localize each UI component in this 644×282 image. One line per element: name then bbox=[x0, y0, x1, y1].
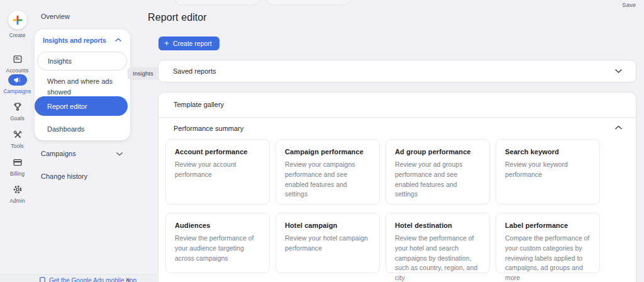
sidebar-section-insights-and-reports[interactable]: Insights and reports bbox=[43, 37, 106, 44]
rail-item-label: Campaigns bbox=[4, 88, 31, 94]
get-mobile-app-link[interactable]: Get the Google Ads mobile app bbox=[40, 277, 136, 282]
card-title: Campaign performance bbox=[285, 148, 370, 155]
rail-item-label: Admin bbox=[9, 198, 25, 204]
card-description: Review your campaigns performance and se… bbox=[285, 160, 370, 200]
performance-summary-section-header[interactable]: Performance summary bbox=[174, 125, 243, 132]
card-title: Audiences bbox=[175, 222, 260, 229]
template-card-ad-group-performance[interactable]: Ad group performance Review your ad grou… bbox=[386, 139, 490, 205]
rail-item-admin[interactable]: Admin bbox=[0, 184, 35, 204]
sidebar-item-overview[interactable]: Overview bbox=[41, 13, 70, 20]
get-mobile-app-label: Get the Google Ads mobile app bbox=[49, 277, 136, 282]
trophy-icon bbox=[12, 101, 23, 113]
create-report-button[interactable]: + Create report bbox=[158, 37, 219, 50]
chevron-up-icon[interactable] bbox=[114, 38, 122, 42]
card-title: Account performance bbox=[175, 148, 260, 155]
sidebar-item-report-editor[interactable]: Report editor bbox=[35, 96, 128, 116]
rail-item-campaigns[interactable]: Campaigns bbox=[0, 74, 35, 94]
template-card-audiences[interactable]: Audiences Review the performance of your… bbox=[165, 213, 270, 273]
rail-item-label: Create bbox=[9, 32, 25, 38]
close-icon[interactable]: ✕ bbox=[125, 276, 130, 282]
save-button[interactable]: Save bbox=[622, 1, 636, 8]
template-gallery-panel: Template gallery Performance summary Acc… bbox=[158, 92, 636, 282]
sidebar-item-insights[interactable]: Insights bbox=[37, 52, 127, 70]
sidebar-item-change-history[interactable]: Change history bbox=[41, 172, 87, 180]
insights-and-reports-card: Insights and reports Insights When and w… bbox=[35, 30, 130, 140]
template-gallery-title: Template gallery bbox=[174, 101, 224, 108]
divider bbox=[158, 117, 636, 118]
saved-reports-panel[interactable]: Saved reports bbox=[158, 60, 636, 82]
tools-icon bbox=[12, 129, 23, 140]
card-title: Hotel campaign bbox=[285, 222, 370, 229]
rail-item-accounts[interactable]: Accounts bbox=[0, 54, 35, 74]
insights-tooltip: Insights bbox=[128, 68, 158, 79]
chevron-down-icon[interactable] bbox=[116, 152, 123, 156]
create-report-label: Create report bbox=[173, 40, 212, 47]
card-description: Review the performance of your hotel and… bbox=[395, 234, 480, 282]
chevron-down-icon[interactable] bbox=[614, 69, 623, 74]
rail-item-create[interactable]: Create bbox=[0, 11, 35, 38]
card-title: Label performance bbox=[505, 222, 591, 229]
google-plus-icon bbox=[8, 11, 27, 30]
rail-item-billing[interactable]: Billing bbox=[0, 157, 35, 177]
chevron-up-icon[interactable] bbox=[614, 125, 623, 130]
sidebar-item-label: Report editor bbox=[47, 103, 87, 110]
sidebar-item-dashboards[interactable]: Dashboards bbox=[47, 125, 84, 133]
rail-item-goals[interactable]: Goals bbox=[0, 101, 35, 121]
template-cards-grid: Account performance Review your account … bbox=[165, 139, 600, 273]
template-card-hotel-campaign[interactable]: Hotel campaign Review your hotel campaig… bbox=[275, 213, 380, 273]
card-description: Review your hotel campaign performance bbox=[285, 234, 370, 254]
card-description: Compare the performance of your custom c… bbox=[505, 234, 591, 282]
card-title: Ad group performance bbox=[395, 148, 480, 155]
gear-icon bbox=[12, 184, 23, 195]
top-toolbar-control-right[interactable] bbox=[267, 0, 350, 5]
card-description: Review your account performance bbox=[175, 160, 260, 180]
template-card-account-performance[interactable]: Account performance Review your account … bbox=[165, 139, 270, 205]
top-toolbar-control-left[interactable] bbox=[175, 0, 260, 5]
rail-item-label: Accounts bbox=[6, 67, 29, 74]
template-card-campaign-performance[interactable]: Campaign performance Review your campaig… bbox=[275, 139, 380, 205]
rail-item-label: Goals bbox=[10, 115, 25, 121]
billing-icon bbox=[12, 157, 23, 168]
card-description: Review your ad groups performance and se… bbox=[395, 160, 480, 200]
rail-item-tools[interactable]: Tools bbox=[0, 129, 35, 149]
accounts-icon bbox=[12, 54, 23, 65]
sidebar-item-campaigns[interactable]: Campaigns bbox=[41, 150, 76, 157]
card-description: Review your keyword performance bbox=[505, 160, 591, 180]
card-description: Review the performance of your audience … bbox=[175, 234, 260, 263]
mobile-phone-icon bbox=[40, 277, 45, 282]
template-card-search-keyword[interactable]: Search keyword Review your keyword perfo… bbox=[496, 139, 600, 205]
sidebar-item-label: Insights bbox=[48, 57, 72, 65]
page-title: Report editor bbox=[148, 12, 207, 23]
rail-item-label: Tools bbox=[11, 143, 23, 149]
saved-reports-title: Saved reports bbox=[173, 67, 216, 75]
sidebar-item-when-and-where-ads-showed[interactable]: When and where ads showed bbox=[47, 76, 121, 97]
megaphone-icon bbox=[8, 74, 27, 86]
rail-item-label: Billing bbox=[10, 171, 25, 177]
card-title: Hotel destination bbox=[395, 222, 480, 229]
google-ads-report-editor-screen: Create Accounts Campaigns bbox=[0, 0, 644, 282]
card-title: Search keyword bbox=[505, 148, 591, 155]
template-card-label-performance[interactable]: Label performance Compare the performanc… bbox=[496, 213, 600, 273]
template-card-hotel-destination[interactable]: Hotel destination Review the performance… bbox=[386, 213, 490, 273]
plus-icon: + bbox=[164, 39, 169, 48]
